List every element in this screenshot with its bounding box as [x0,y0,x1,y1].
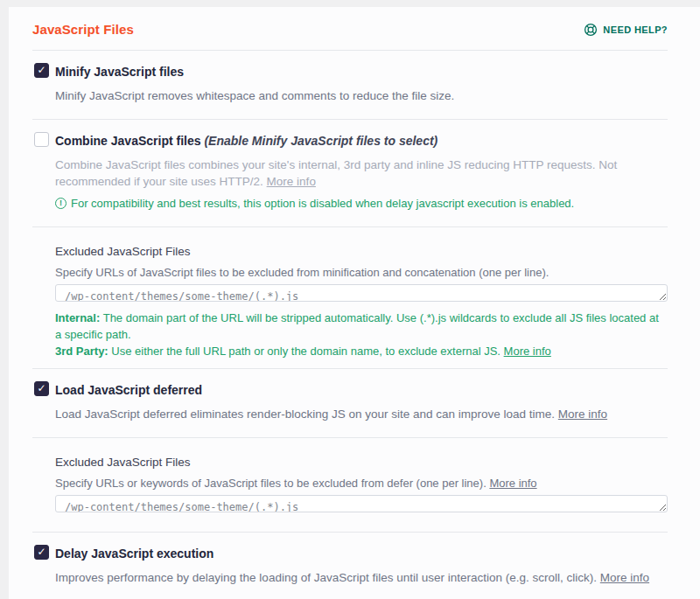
minify-option-row: ✓ Minify JavaScript files Minify JavaScr… [32,51,668,119]
minify-label[interactable]: Minify JavaScript files [55,65,184,79]
delay-checkbox[interactable]: ✓ [34,545,49,560]
need-help-link[interactable]: NEED HELP? [584,23,668,37]
delay-label[interactable]: Delay JavaScript execution [55,547,214,561]
excluded-minify-section: Excluded JavaScript Files Specify URLs o… [32,227,668,368]
page-title: JavaScript Files [32,22,134,37]
excluded-defer-section: Excluded JavaScript Files Specify URLs o… [32,438,668,532]
javascript-files-panel: JavaScript Files NEED HELP? ✓ Minify Jav… [9,7,700,599]
defer-label[interactable]: Load JavaScript deferred [55,383,202,397]
internal-help-label: Internal: [55,311,100,324]
excluded-minify-textarea[interactable] [55,284,668,302]
internal-help-text: The domain part of the URL will be strip… [55,311,659,341]
excluded-defer-title: Excluded JavaScript Files [55,455,668,470]
defer-more-info-link[interactable]: More info [558,407,607,421]
alert-circle-icon: ! [55,198,66,209]
excluded-minify-title: Excluded JavaScript Files [55,244,668,259]
excluded-defer-more-info-link[interactable]: More info [489,477,536,490]
lifebuoy-icon [584,23,598,37]
minify-checkbox[interactable]: ✓ [34,63,49,78]
defer-description: Load JavaScript deferred eliminates rend… [55,406,668,422]
check-icon: ✓ [37,383,46,394]
defer-description-text: Load JavaScript deferred eliminates rend… [55,407,555,421]
combine-description: Combine JavaScript files combines your s… [55,157,668,190]
combine-label-text: Combine JavaScript files [55,134,201,148]
combine-description-text: Combine JavaScript files combines your s… [55,158,617,188]
combine-label-note: (Enable Minify JavaScript files to selec… [204,134,438,148]
excluded-defer-description-text: Specify URLs or keywords of JavaScript f… [55,477,486,490]
check-icon: ✓ [37,65,46,75]
excluded-minify-description: Specify URLs of JavaScript files to be e… [55,265,668,281]
panel-header: JavaScript Files NEED HELP? [32,7,668,37]
third-party-help-text: Use either the full URL path or only the… [111,345,500,358]
combine-option-row: ✓ Combine JavaScript files (Enable Minif… [32,120,668,226]
defer-option-row: ✓ Load JavaScript deferred Load JavaScri… [32,369,668,437]
compatibility-notice-text: For compatibility and best results, this… [71,196,574,212]
minify-description: Minify JavaScript removes whitespace and… [55,87,668,104]
check-icon: ✓ [37,547,46,557]
combine-checkbox[interactable]: ✓ [34,132,49,147]
delay-description-text: Improves performance by delaying the loa… [55,571,597,584]
combine-label[interactable]: Combine JavaScript files (Enable Minify … [55,134,438,148]
defer-checkbox[interactable]: ✓ [34,381,49,396]
need-help-label: NEED HELP? [603,24,668,35]
delay-description: Improves performance by delaying the loa… [55,569,668,586]
excluded-defer-textarea[interactable] [55,495,668,512]
excluded-defer-description: Specify URLs or keywords of JavaScript f… [55,476,668,491]
third-party-help-label: 3rd Party: [55,345,108,358]
combine-more-info-link[interactable]: More info [267,175,316,188]
excluded-minify-more-info-link[interactable]: More info [504,345,551,358]
delay-option-row: ✓ Delay JavaScript execution Improves pe… [32,533,668,599]
excluded-minify-help: Internal: The domain part of the URL wil… [55,310,668,359]
compatibility-notice: ! For compatibility and best results, th… [55,196,668,212]
delay-more-info-link[interactable]: More info [600,571,649,584]
